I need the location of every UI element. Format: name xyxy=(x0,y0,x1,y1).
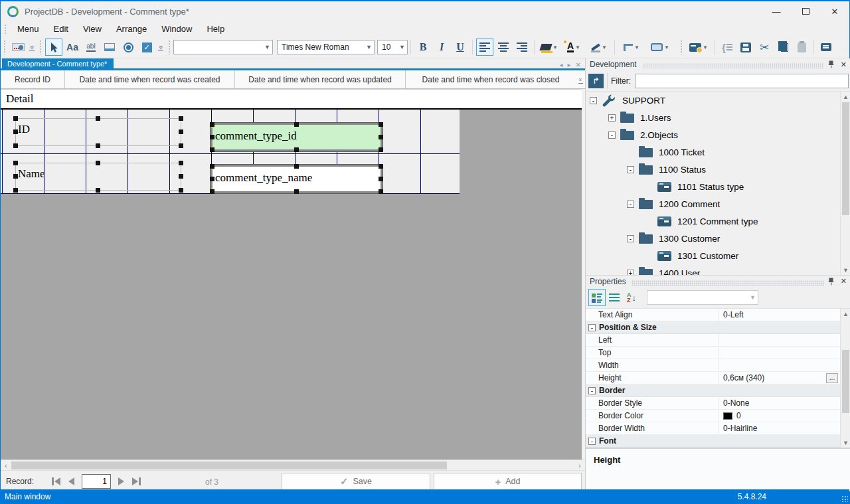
tab-close-icon[interactable]: ✕ xyxy=(576,61,581,68)
pin-icon[interactable] xyxy=(828,278,834,286)
selection-handle[interactable] xyxy=(210,147,214,152)
selection-handle[interactable] xyxy=(179,188,183,193)
selection-handle[interactable] xyxy=(294,147,299,152)
menu-item-edit[interactable]: Edit xyxy=(46,22,76,36)
band-header-detail[interactable]: Detail xyxy=(1,89,582,108)
tree-item-1100-status[interactable]: - 1100 Status xyxy=(586,161,850,178)
property-group-font[interactable]: - Font xyxy=(586,435,850,448)
tree-item-1301-customer[interactable]: 1301 Customer xyxy=(586,247,850,264)
selection-handle[interactable] xyxy=(210,177,214,181)
last-record-button[interactable] xyxy=(129,473,144,489)
format-grip[interactable] xyxy=(168,40,171,54)
selection-handle[interactable] xyxy=(13,188,18,193)
font-name-combobox[interactable]: Times New Roman▼ xyxy=(277,40,375,54)
scroll-down-arrow[interactable]: ▼ xyxy=(841,438,850,448)
tab-scroll-left-icon[interactable]: ◂ xyxy=(560,61,563,68)
selection-handle[interactable] xyxy=(379,189,383,194)
align-right-button[interactable] xyxy=(513,39,531,56)
expander-icon[interactable]: - xyxy=(590,97,597,104)
scroll-down-arrow[interactable]: ▼ xyxy=(841,265,850,275)
selection-handle[interactable] xyxy=(96,116,100,121)
scroll-up-arrow[interactable]: ▲ xyxy=(841,92,850,102)
menu-item-arrange[interactable]: Arrange xyxy=(109,22,154,36)
radio-tool-button[interactable] xyxy=(120,39,137,56)
scrollbar-thumb[interactable] xyxy=(842,350,849,413)
property-row-height[interactable]: Height 0,6см (340) ... xyxy=(586,372,850,384)
underline-button[interactable]: U xyxy=(452,39,469,56)
tab-scroll-right-icon[interactable]: ▸ xyxy=(568,61,571,68)
column-overflow-button[interactable]: » xyxy=(576,70,585,88)
maximize-button[interactable] xyxy=(791,1,820,21)
scroll-up-arrow[interactable]: ▲ xyxy=(841,309,850,319)
menu-item-view[interactable]: View xyxy=(76,22,109,36)
column-header-updated[interactable]: Date and time when record was updated xyxy=(235,70,406,88)
align-left-button[interactable] xyxy=(476,39,493,56)
selection-handle[interactable] xyxy=(379,147,383,152)
copy-button[interactable] xyxy=(774,39,792,56)
property-row-width[interactable]: Width xyxy=(586,359,850,372)
property-row-left[interactable]: Left xyxy=(586,334,850,347)
save-record-button[interactable]: ✓Save xyxy=(282,473,430,490)
go-to-object-button[interactable]: ↱ xyxy=(588,74,604,88)
selection-handle[interactable] xyxy=(179,174,183,179)
tree-item-1000-ticket[interactable]: 1000 Ticket xyxy=(586,143,850,161)
select-tool-button[interactable] xyxy=(45,39,62,56)
selection-handle[interactable] xyxy=(210,189,214,194)
paste-button[interactable] xyxy=(793,39,810,56)
selection-handle[interactable] xyxy=(96,143,100,148)
column-header-created[interactable]: Date and time when record was created xyxy=(65,70,235,88)
first-record-button[interactable] xyxy=(48,473,64,489)
expander-icon[interactable]: - xyxy=(627,235,634,242)
selection-handle[interactable] xyxy=(294,189,299,194)
tree-item-users[interactable]: + 1.Users xyxy=(586,109,850,126)
field-comment-type-id[interactable]: comment_type_id xyxy=(211,123,382,151)
expander-icon[interactable]: + xyxy=(608,114,616,122)
selection-handle[interactable] xyxy=(379,177,383,181)
sort-az-button[interactable]: AZ↓ xyxy=(623,289,640,306)
italic-button[interactable]: I xyxy=(433,39,450,56)
toolbar-grip[interactable] xyxy=(3,40,6,54)
scrollbar-thumb[interactable] xyxy=(842,102,849,215)
expander-icon[interactable]: - xyxy=(627,201,634,208)
tools-grip[interactable] xyxy=(39,40,42,54)
tree-item-1201-comment-type[interactable]: 1201 Comment type xyxy=(586,212,850,230)
design-grid[interactable]: ID comment_type_id xyxy=(1,110,460,194)
textbox-tool-button[interactable]: abl xyxy=(82,39,100,56)
toolbar-overflow-button[interactable]: » xyxy=(29,44,35,50)
tree-item-1200-comment[interactable]: - 1200 Comment xyxy=(586,195,850,212)
close-panel-icon[interactable]: ✕ xyxy=(841,60,847,69)
align-center-button[interactable] xyxy=(495,39,512,56)
selection-handle[interactable] xyxy=(210,135,214,139)
tree-item-1300-customer[interactable]: - 1300 Customer xyxy=(586,230,850,247)
tree-item-1400-user[interactable]: + 1400 User xyxy=(586,264,850,275)
ellipsis-button[interactable]: ... xyxy=(826,373,838,383)
selection-handle[interactable] xyxy=(13,129,18,134)
tree-item-1101-status-type[interactable]: 1101 Status type xyxy=(586,178,850,195)
scroll-right-arrow[interactable]: › xyxy=(574,460,585,471)
resize-grip[interactable] xyxy=(841,495,848,502)
fill-color-button[interactable]: ▼ xyxy=(538,39,560,56)
report-designer-canvas[interactable]: Detail ID comment_type_id xyxy=(1,89,585,460)
selection-handle[interactable] xyxy=(210,164,214,169)
property-row-border-style[interactable]: Border Style 0-None xyxy=(586,397,850,410)
selection-handle[interactable] xyxy=(179,129,183,134)
label-tool-button[interactable]: Aa xyxy=(64,39,81,56)
add-record-button[interactable]: +Add xyxy=(434,473,582,490)
selection-handle[interactable] xyxy=(210,122,214,127)
selection-handle[interactable] xyxy=(179,161,183,165)
menu-item-menu[interactable]: Menu xyxy=(10,22,46,36)
selection-handle[interactable] xyxy=(379,122,383,127)
pin-icon[interactable] xyxy=(828,60,834,68)
next-record-button[interactable] xyxy=(114,473,129,489)
datasource-button[interactable] xyxy=(9,39,27,56)
tree-item-objects[interactable]: - 2.Objects xyxy=(586,126,850,143)
cut-button[interactable]: ✂ xyxy=(756,39,773,56)
close-button[interactable]: ✕ xyxy=(820,1,849,21)
record-card-button[interactable]: ▼ xyxy=(686,39,711,56)
checkbox-tool-button[interactable]: ✓ xyxy=(138,39,155,56)
property-row-text-align[interactable]: Text Align 0-Left xyxy=(586,309,850,321)
selection-handle[interactable] xyxy=(294,122,299,127)
property-group-position-size[interactable]: - Position & Size xyxy=(586,321,850,334)
tree-scrollbar[interactable]: ▲ ▼ xyxy=(840,92,850,275)
selection-handle[interactable] xyxy=(179,143,183,148)
